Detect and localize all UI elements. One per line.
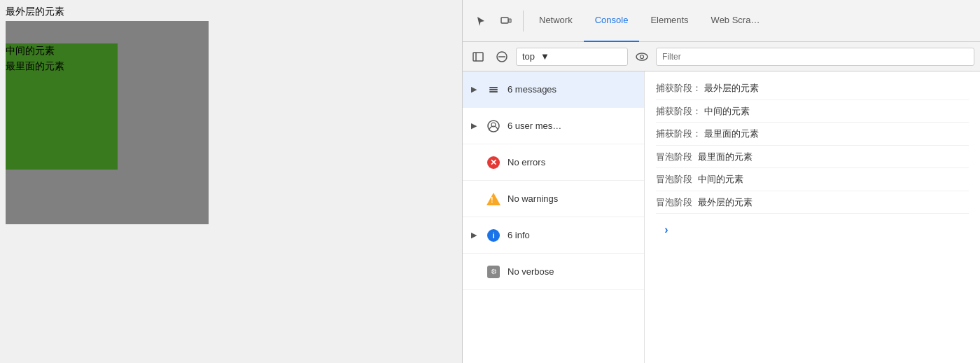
sidebar-item-messages[interactable]: ▶ 6 messages — [463, 71, 644, 108]
tab-network[interactable]: Network — [528, 0, 584, 42]
log-entry-5: 冒泡阶段 最外层的元素 — [656, 191, 969, 214]
tab-separator — [523, 11, 524, 32]
svg-rect-0 — [501, 18, 508, 23]
expand-arrow-icon: ▶ — [471, 121, 479, 130]
svg-point-6 — [636, 53, 648, 60]
outer-element-label: 最外层的元素 — [6, 6, 456, 18]
errors-label: No errors — [507, 157, 636, 167]
log-entry-4: 冒泡阶段 中间的元素 — [656, 168, 969, 191]
warnings-label: No warnings — [507, 193, 636, 204]
warning-icon — [486, 192, 500, 206]
svg-rect-1 — [509, 19, 511, 22]
info-label: 6 info — [507, 230, 636, 240]
console-content: 捕获阶段： 最外层的元素 捕获阶段： 中间的元素 捕获阶段： 最里面的元素 冒泡… — [645, 71, 980, 363]
tab-webscraper[interactable]: Web Scra… — [700, 0, 771, 42]
devtools-panel: Network Console Elements Web Scra… top — [462, 0, 980, 363]
filter-input[interactable] — [656, 48, 974, 66]
expand-arrow-icon: ▶ — [471, 85, 479, 94]
verbose-icon: ⚙ — [486, 265, 500, 279]
devtools-main: ▶ 6 messages ▶ 6 user — [463, 71, 980, 363]
info-icon: i — [486, 228, 500, 242]
dropdown-arrow-icon: ▼ — [540, 51, 550, 62]
eye-icon-btn[interactable] — [632, 47, 652, 67]
console-prompt-icon[interactable]: › — [656, 219, 677, 240]
log-entry-2: 捕获阶段： 最里面的元素 — [656, 123, 969, 146]
console-prompt-row: › — [656, 214, 969, 246]
log-entry-3: 冒泡阶段 最里面的元素 — [656, 146, 969, 169]
verbose-label: No verbose — [507, 266, 636, 277]
webpage-panel: 最外层的元素 中间的元素 最里面的元素 — [0, 0, 462, 363]
device-toggle-btn[interactable] — [493, 8, 519, 34]
console-toolbar: top ▼ — [463, 42, 980, 71]
inner-element-label: 最里面的元素 — [6, 59, 118, 74]
context-selector[interactable]: top ▼ — [516, 48, 628, 66]
sidebar-item-user-messages[interactable]: ▶ 6 user mes… — [463, 108, 644, 144]
user-icon — [486, 119, 500, 133]
expand-arrow-icon: ▶ — [471, 231, 479, 240]
inner-colored-box: 中间的元素 最里面的元素 — [6, 43, 118, 170]
devtools-tab-bar: Network Console Elements Web Scra… — [463, 0, 980, 42]
cursor-icon-btn[interactable] — [468, 8, 493, 34]
tab-console[interactable]: Console — [584, 0, 640, 42]
tab-elements[interactable]: Elements — [639, 0, 699, 42]
user-messages-label: 6 user mes… — [507, 121, 636, 131]
svg-rect-2 — [473, 53, 483, 61]
sidebar-toggle-btn[interactable] — [468, 47, 488, 67]
log-entry-0: 捕获阶段： 最外层的元素 — [656, 77, 969, 100]
sidebar-item-errors[interactable]: ▶ ✕ No errors — [463, 144, 644, 181]
log-entry-1: 捕获阶段： 中间的元素 — [656, 100, 969, 123]
sidebar-item-info[interactable]: ▶ i 6 info — [463, 217, 644, 254]
sidebar-item-warnings[interactable]: ▶ No warnings — [463, 181, 644, 217]
svg-point-7 — [640, 55, 644, 58]
sidebar-item-verbose[interactable]: ▶ ⚙ No verbose — [463, 254, 644, 290]
list-icon — [486, 83, 500, 97]
console-sidebar: ▶ 6 messages ▶ 6 user — [463, 71, 645, 363]
clear-console-btn[interactable] — [492, 47, 512, 67]
page-box: 中间的元素 最里面的元素 — [6, 21, 209, 224]
messages-label: 6 messages — [507, 84, 636, 95]
error-icon: ✕ — [486, 156, 500, 170]
middle-element-label: 中间的元素 — [6, 43, 118, 59]
